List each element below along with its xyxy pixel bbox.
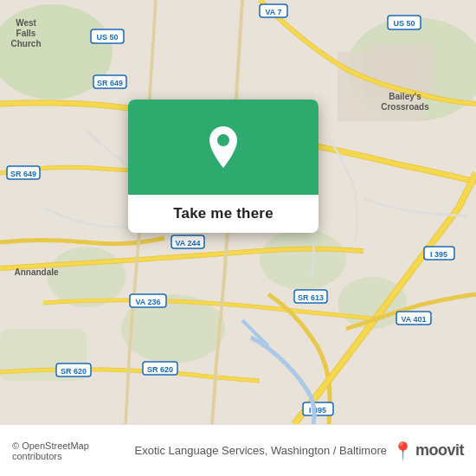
take-me-there-button[interactable]: Take me there xyxy=(173,205,273,222)
svg-text:Annandale: Annandale xyxy=(14,267,59,277)
svg-text:Crossroads: Crossroads xyxy=(381,102,429,112)
popup-bottom: Take me there xyxy=(128,195,318,233)
svg-text:VA 401: VA 401 xyxy=(401,315,426,324)
svg-text:US 50: US 50 xyxy=(96,33,118,42)
moovit-brand-text: moovit xyxy=(415,441,464,460)
svg-point-4 xyxy=(260,229,346,290)
svg-text:Church: Church xyxy=(11,39,42,48)
svg-point-42 xyxy=(217,134,229,146)
svg-text:West: West xyxy=(16,18,36,28)
svg-text:I 395: I 395 xyxy=(430,250,447,259)
bottom-bar: © OpenStreetMap contributors Exotic Lang… xyxy=(0,424,476,476)
svg-text:SR 613: SR 613 xyxy=(298,293,324,302)
svg-text:I 395: I 395 xyxy=(309,406,326,415)
svg-text:SR 620: SR 620 xyxy=(61,367,87,376)
moovit-logo[interactable]: 📍 moovit xyxy=(392,441,464,461)
svg-text:SR 649: SR 649 xyxy=(97,79,123,87)
location-pin-icon xyxy=(204,125,242,170)
svg-text:SR 649: SR 649 xyxy=(10,170,36,178)
svg-text:VA 236: VA 236 xyxy=(135,298,160,306)
moovit-pin-icon: 📍 xyxy=(392,441,414,461)
svg-text:US 50: US 50 xyxy=(393,19,415,28)
popup-card: Take me there xyxy=(128,100,318,233)
map-container: US 50 US 50 VA 7 SR 649 SR 649 VA 244 VA… xyxy=(0,0,476,424)
svg-text:VA 7: VA 7 xyxy=(265,8,281,16)
svg-text:Falls: Falls xyxy=(16,29,36,38)
bottom-right: Exotic Language Services, Washington / B… xyxy=(135,441,464,461)
svg-text:SR 620: SR 620 xyxy=(147,365,173,374)
map-attribution: © OpenStreetMap contributors xyxy=(12,441,126,461)
location-label: Exotic Language Services, Washington / B… xyxy=(135,444,387,457)
svg-text:VA 244: VA 244 xyxy=(175,239,200,248)
popup-top xyxy=(128,100,318,195)
svg-text:Bailey's: Bailey's xyxy=(389,92,421,101)
